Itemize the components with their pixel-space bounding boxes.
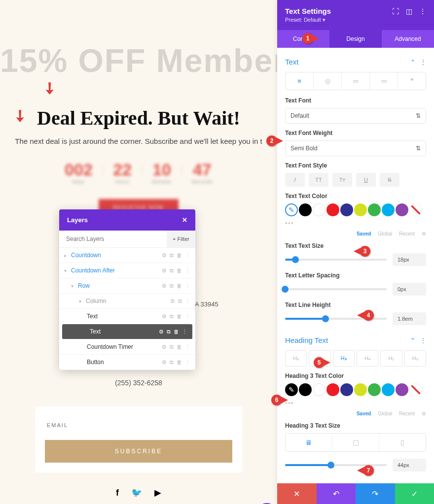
email-input[interactable] xyxy=(45,416,232,434)
color-swatch[interactable] xyxy=(326,383,339,396)
list-ul-button[interactable]: ≔ xyxy=(342,72,370,90)
close-icon[interactable]: ✕ xyxy=(182,216,187,224)
text-color-swatches: ✎ xyxy=(285,203,426,216)
more-icon[interactable]: ⋮ xyxy=(420,337,426,344)
letter-spacing-value[interactable]: 0px xyxy=(393,283,426,296)
more-icon[interactable]: ⋮ xyxy=(182,329,187,335)
color-swatch[interactable] xyxy=(299,383,312,396)
quote-button[interactable]: ❞ xyxy=(398,72,426,90)
undo-button[interactable]: ↶ xyxy=(317,483,356,504)
gear-icon[interactable]: ⚙ xyxy=(162,252,167,259)
color-swatch[interactable] xyxy=(326,203,339,216)
letter-spacing-slider[interactable] xyxy=(285,288,387,290)
color-swatch[interactable] xyxy=(368,383,381,396)
trash-icon[interactable]: 🗑 xyxy=(174,329,179,335)
style-buttons: I TT Tᴛ U S xyxy=(285,173,426,187)
more-swatches-icon[interactable]: ••• xyxy=(285,219,426,227)
strikethrough-button[interactable]: S xyxy=(380,173,399,187)
color-swatch[interactable] xyxy=(396,203,408,216)
text-shadow-button[interactable]: ◎ xyxy=(314,72,342,90)
layer-item-countdown-timer[interactable]: Countdown Timer ⚙⧉🗑⋮ xyxy=(59,339,195,355)
layer-item-countdown-after[interactable]: ▾Countdown After ⚙⧉🗑⋮ xyxy=(59,263,195,278)
color-swatch[interactable] xyxy=(396,383,408,396)
color-swatch[interactable] xyxy=(368,203,381,216)
sidebar-body[interactable]: Text ⌃⋮ ≡ ◎ ≔ ≕ ❞ Text Font Default⇅ Tex… xyxy=(277,48,434,483)
gear-icon[interactable]: ⚙ xyxy=(422,231,426,236)
recent-tab[interactable]: Recent xyxy=(399,231,415,236)
color-swatch[interactable] xyxy=(382,203,395,216)
layer-item-countdown[interactable]: ▸Countdown ⚙⧉🗑⋮ xyxy=(59,248,195,263)
list-ol-button[interactable]: ≕ xyxy=(370,72,398,90)
duplicate-icon[interactable]: ⧉ xyxy=(170,252,174,259)
gear-icon[interactable]: ⚙ xyxy=(159,329,164,335)
tab-design[interactable]: Design xyxy=(329,30,382,48)
subscribe-button[interactable]: SUBSCRIBE xyxy=(45,440,232,463)
chevron-up-icon[interactable]: ⌃ xyxy=(410,59,415,66)
color-picker-button[interactable]: ✎ xyxy=(285,203,298,216)
layer-item-text-active[interactable]: Text ⚙⧉🗑⋮ xyxy=(62,324,192,339)
more-icon[interactable]: ⋮ xyxy=(419,7,426,15)
phone-button[interactable]: ▯ xyxy=(379,434,426,451)
expand-icon[interactable]: ◫ xyxy=(406,7,412,15)
more-swatches-icon[interactable]: ••• xyxy=(285,399,426,407)
text-size-value[interactable]: 18px xyxy=(393,253,426,266)
h6-button[interactable]: H₆ xyxy=(404,350,426,367)
color-swatch[interactable] xyxy=(340,383,353,396)
global-tab[interactable]: Global xyxy=(378,411,392,416)
global-tab[interactable]: Global xyxy=(378,231,392,236)
h3-size-value[interactable]: 44px xyxy=(393,459,426,471)
save-button[interactable]: ✓ xyxy=(395,483,434,504)
preset-label[interactable]: Preset: Default ▾ xyxy=(285,17,426,23)
trash-icon[interactable]: 🗑 xyxy=(177,252,182,259)
group-heading-header[interactable]: Heading Text ⌃⋮ xyxy=(285,336,426,344)
saved-tab[interactable]: Saved xyxy=(357,231,371,236)
color-swatch[interactable] xyxy=(354,203,367,216)
h4-button[interactable]: H₄ xyxy=(357,350,378,367)
color-swatch[interactable] xyxy=(340,203,353,216)
h3-button[interactable]: H₃ xyxy=(333,350,355,367)
group-text-header[interactable]: Text ⌃⋮ xyxy=(285,58,426,66)
smallcaps-button[interactable]: Tᴛ xyxy=(332,173,352,187)
sidebar-title: Text Settings xyxy=(285,7,331,15)
saved-tab[interactable]: Saved xyxy=(357,411,371,416)
italic-button[interactable]: I xyxy=(285,173,305,187)
font-select[interactable]: Default⇅ xyxy=(285,108,426,124)
tablet-button[interactable]: ▢ xyxy=(332,434,379,451)
h5-button[interactable]: H₅ xyxy=(380,350,402,367)
layers-filter-button[interactable]: + Filter xyxy=(167,231,195,247)
uppercase-button[interactable]: TT xyxy=(309,173,328,187)
facebook-icon[interactable]: f xyxy=(116,488,119,498)
color-swatch[interactable] xyxy=(299,203,312,216)
underline-button[interactable]: U xyxy=(356,173,376,187)
color-none-swatch[interactable] xyxy=(409,203,422,216)
focus-icon[interactable]: ⛶ xyxy=(392,7,399,15)
layer-item-button[interactable]: Button ⚙⧉🗑⋮ xyxy=(59,355,195,370)
color-swatch[interactable] xyxy=(382,383,395,396)
h1-button[interactable]: H₁ xyxy=(285,350,307,367)
tab-advanced[interactable]: Advanced xyxy=(382,30,434,48)
color-none-swatch[interactable] xyxy=(409,383,422,396)
color-picker-button[interactable]: ✎ xyxy=(285,383,298,396)
layer-item-text[interactable]: Text ⚙⧉🗑⋮ xyxy=(59,309,195,324)
cancel-button[interactable]: ✕ xyxy=(277,483,317,504)
layer-item-row[interactable]: ▾Row ⚙⧉🗑⋮ xyxy=(59,278,195,294)
color-swatch[interactable] xyxy=(313,383,326,396)
redo-button[interactable]: ↷ xyxy=(356,483,395,504)
recent-tab[interactable]: Recent xyxy=(399,411,415,416)
duplicate-icon[interactable]: ⧉ xyxy=(167,329,171,335)
youtube-icon[interactable]: ▶ xyxy=(154,488,161,498)
more-icon[interactable]: ⋮ xyxy=(420,59,426,66)
weight-select[interactable]: Semi Bold⇅ xyxy=(285,140,426,156)
desktop-button[interactable]: 🖥 xyxy=(286,434,332,451)
color-swatch[interactable] xyxy=(354,383,367,396)
align-left-button[interactable]: ≡ xyxy=(286,72,314,90)
more-icon[interactable]: ⋮ xyxy=(185,252,190,259)
chevron-up-icon[interactable]: ⌃ xyxy=(410,337,415,344)
layers-search-input[interactable] xyxy=(59,231,167,247)
color-swatch[interactable] xyxy=(313,203,326,216)
text-size-slider[interactable] xyxy=(285,259,387,261)
gear-icon[interactable]: ⚙ xyxy=(422,411,426,416)
layer-item-column[interactable]: ▾Column ⚙⧉⋮ xyxy=(59,294,195,309)
line-height-value[interactable]: 1.8em xyxy=(393,312,426,325)
twitter-icon[interactable]: 🐦 xyxy=(131,488,142,498)
